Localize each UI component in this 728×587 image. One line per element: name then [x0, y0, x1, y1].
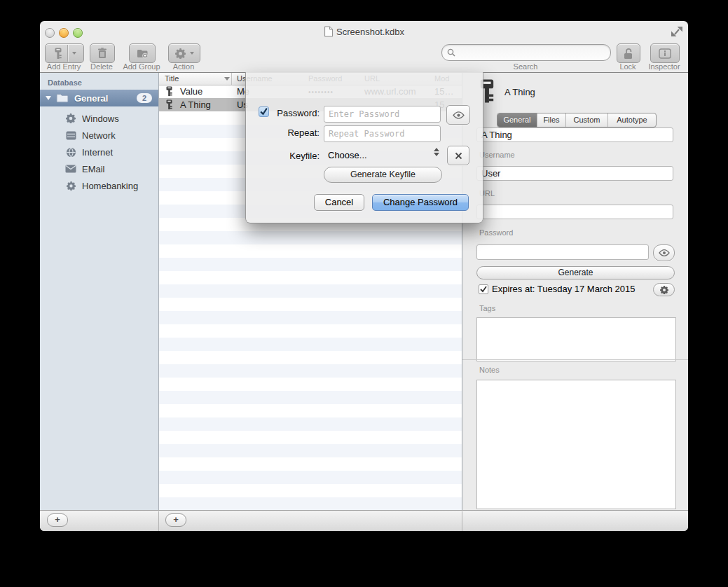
tags-input[interactable] [476, 317, 676, 361]
show-password-button[interactable] [446, 105, 470, 125]
document-icon [324, 26, 333, 37]
notes-label: Notes [479, 366, 500, 374]
column-title[interactable]: Title [165, 74, 179, 83]
lock-button[interactable] [617, 43, 640, 63]
keyfile-dropdown[interactable]: Choose... [328, 150, 367, 160]
generate-password-button[interactable]: Generate [476, 266, 675, 279]
inspector-entry-title: A Thing [504, 87, 535, 97]
info-icon [659, 48, 671, 59]
username-label: Username [479, 151, 515, 159]
action-label: Action [173, 62, 195, 71]
empty-row [159, 404, 462, 417]
empty-row [159, 298, 462, 311]
bottom-bar [40, 510, 688, 531]
window-title: Screenshot.kdbx [336, 27, 404, 37]
sidebar-group-label: General [74, 93, 108, 104]
sidebar-header: Database [48, 78, 82, 87]
delete-label: Delete [90, 62, 113, 71]
minimize-button[interactable] [59, 28, 69, 38]
repeat-password-input[interactable] [324, 125, 441, 142]
tab-custom[interactable]: Custom [566, 113, 608, 127]
password-field[interactable] [476, 244, 649, 260]
empty-row [159, 311, 462, 324]
change-password-button[interactable]: Change Password [372, 194, 469, 211]
sidebar-item-label: Homebanking [82, 181, 138, 191]
gear-icon [175, 48, 186, 59]
titlebar-toolbar: Screenshot.kdbx [40, 21, 688, 73]
sidebar-item-windows[interactable]: Windows [40, 110, 158, 127]
lock-label: Lock [619, 62, 636, 71]
column-divider[interactable] [231, 73, 232, 85]
add-group-button[interactable] [129, 43, 156, 63]
sidebar-item-label: EMail [82, 164, 105, 174]
add-entry-button[interactable] [45, 43, 84, 63]
sidebar-item-label: Windows [82, 113, 119, 124]
tab-autotype[interactable]: Autotype [608, 113, 656, 127]
expires-checkbox[interactable] [479, 284, 488, 294]
tab-files[interactable]: Files [537, 113, 566, 127]
generate-keyfile-button[interactable]: Generate Keyfile [324, 167, 442, 183]
empty-row [159, 391, 462, 404]
sidebar-item-network[interactable]: Network [40, 127, 158, 144]
notes-input[interactable] [476, 380, 676, 509]
key-icon [165, 86, 173, 97]
sidebar-group-general[interactable]: General 2 [40, 90, 158, 106]
tags-label: Tags [479, 304, 495, 312]
sort-indicator-icon [224, 77, 230, 81]
password-checkbox[interactable] [259, 106, 269, 117]
empty-row [159, 484, 462, 497]
search-label: Search [514, 62, 538, 71]
sidebar-item-label: Internet [82, 147, 113, 158]
empty-row [159, 431, 462, 444]
sidebar-item-label: Network [82, 130, 116, 141]
stepper-icon[interactable] [434, 148, 439, 156]
action-button[interactable] [168, 43, 200, 63]
search-input[interactable] [458, 46, 610, 59]
clear-keyfile-button[interactable] [447, 146, 469, 165]
server-icon [65, 130, 76, 141]
button-divider [67, 45, 68, 62]
empty-row [159, 284, 462, 298]
title-field[interactable] [476, 127, 673, 142]
enter-password-input[interactable] [324, 106, 441, 123]
zoom-button[interactable] [73, 28, 83, 38]
footer-divider [158, 511, 159, 531]
chevron-down-icon [72, 52, 76, 55]
dialog-keyfile-label: Keyfile: [270, 151, 320, 161]
inspector-button[interactable] [650, 43, 680, 63]
add-group-plus-button[interactable]: + [47, 513, 68, 527]
group-count-badge: 2 [137, 93, 152, 103]
expiry-options-button[interactable] [653, 283, 675, 296]
sidebar-item-internet[interactable]: Internet [40, 144, 158, 160]
search-icon [447, 48, 455, 57]
key-icon [54, 48, 62, 60]
add-entry-plus-button[interactable]: + [165, 513, 186, 527]
cancel-button[interactable]: Cancel [314, 194, 364, 211]
disclosure-triangle-icon[interactable] [46, 96, 51, 100]
empty-row [159, 364, 462, 378]
lock-open-icon [623, 48, 634, 60]
sidebar-item-homebanking[interactable]: Homebanking [40, 177, 158, 194]
delete-button[interactable] [90, 43, 115, 63]
footer-divider [462, 511, 462, 531]
globe-icon [65, 146, 76, 158]
username-field[interactable] [476, 166, 673, 181]
empty-row [159, 351, 462, 364]
empty-row [159, 497, 462, 511]
cell-title: A Thing [180, 99, 211, 110]
empty-row [159, 324, 462, 338]
gear-icon [65, 180, 76, 191]
dialog-repeat-label: Repeat: [270, 127, 320, 138]
dialog-password-label: Password: [270, 108, 320, 118]
empty-row [159, 338, 462, 351]
tab-general[interactable]: General [497, 113, 537, 127]
url-field[interactable] [476, 205, 673, 219]
reveal-password-button[interactable] [653, 244, 675, 261]
fullscreen-icon[interactable] [671, 26, 683, 37]
search-field[interactable] [441, 44, 611, 61]
sidebar-item-email[interactable]: EMail [40, 160, 158, 177]
close-button[interactable] [45, 28, 55, 38]
folder-plus-icon [137, 48, 149, 59]
empty-row [159, 271, 462, 284]
empty-row [159, 258, 462, 271]
